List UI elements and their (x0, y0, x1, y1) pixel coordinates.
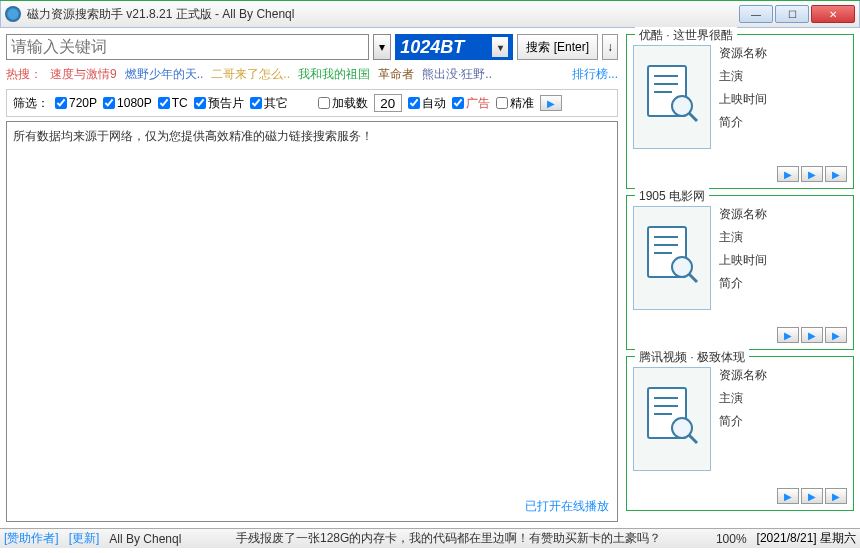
card-title: 1905 电影网 (635, 188, 709, 205)
play-button[interactable]: ▶ (801, 327, 823, 343)
resource-date: 上映时间 (719, 252, 767, 269)
search-row: ▾ 1024BT ▾ 搜索 [Enter] ↓ (6, 34, 618, 60)
svg-line-17 (689, 435, 697, 443)
resource-name: 资源名称 (719, 367, 767, 384)
play-button[interactable]: ▶ (777, 488, 799, 504)
filter-ads[interactable]: 广告 (452, 95, 490, 112)
sponsor-link[interactable]: [赞助作者] (4, 530, 59, 547)
play-button[interactable]: ▶ (777, 166, 799, 182)
thumbnail-placeholder (633, 367, 711, 471)
hot-link[interactable]: 速度与激情9 (50, 66, 117, 83)
load-count-input[interactable] (374, 94, 402, 112)
thumbnail-placeholder (633, 45, 711, 149)
author-label: All By Chenql (109, 532, 181, 546)
resource-actor: 主演 (719, 68, 767, 85)
thumbnail-placeholder (633, 206, 711, 310)
svg-line-5 (689, 113, 697, 121)
source-select-label: 1024BT (400, 37, 464, 58)
hot-link[interactable]: 二哥来了怎么.. (211, 66, 290, 83)
video-source-card: 1905 电影网资源名称主演上映时间简介▶▶▶ (626, 195, 854, 350)
hot-link[interactable]: 革命者 (378, 66, 414, 83)
progress-percent: 100% (716, 532, 747, 546)
card-title: 优酷 · 这世界很酷 (635, 27, 737, 44)
resource-actor: 主演 (719, 229, 767, 246)
titlebar: 磁力资源搜索助手 v21.8.21 正式版 - All By Chenql — … (0, 0, 860, 28)
close-button[interactable]: ✕ (811, 5, 855, 23)
history-dropdown-button[interactable]: ▾ (373, 34, 391, 60)
more-button[interactable]: ↓ (602, 34, 618, 60)
resource-name: 资源名称 (719, 206, 767, 223)
play-button[interactable]: ▶ (777, 327, 799, 343)
filter-loadcount[interactable]: 加载数 (318, 95, 368, 112)
hot-label: 热搜： (6, 66, 42, 83)
statusbar: [赞助作者] [更新] All By Chenql 手残报废了一张128G的内存… (0, 528, 860, 548)
search-button[interactable]: 搜索 [Enter] (517, 34, 598, 60)
chevron-down-icon: ▾ (492, 37, 508, 57)
hot-link[interactable]: 我和我的祖国 (298, 66, 370, 83)
status-date: [2021/8/21] 星期六 (757, 530, 856, 547)
down-arrow-icon: ↓ (607, 40, 613, 54)
play-button[interactable]: ▶ (825, 327, 847, 343)
online-play-status: 已打开在线播放 (525, 498, 609, 515)
play-button[interactable]: ▶ (825, 488, 847, 504)
filter-auto[interactable]: 自动 (408, 95, 446, 112)
maximize-button[interactable]: ☐ (775, 5, 809, 23)
play-icon[interactable]: ▶ (540, 95, 562, 111)
filter-row: 筛选： 720P 1080P TC 预告片 其它 加载数 自动 广告 精准 ▶ (6, 89, 618, 117)
search-button-label: 搜索 [Enter] (526, 39, 589, 56)
source-select[interactable]: 1024BT ▾ (395, 34, 513, 60)
filter-label: 筛选： (13, 95, 49, 112)
card-title: 腾讯视频 · 极致体现 (635, 349, 749, 366)
play-button[interactable]: ▶ (825, 166, 847, 182)
filter-1080p[interactable]: 1080P (103, 96, 152, 110)
app-icon (5, 6, 21, 22)
hot-search-row: 热搜： 速度与激情9 燃野少年的天.. 二哥来了怎么.. 我和我的祖国 革命者 … (6, 64, 618, 85)
progress-bar (0, 0, 860, 1)
results-area: 所有数据均来源于网络，仅为您提供高效精准的磁力链接搜索服务！ 已打开在线播放 (6, 121, 618, 522)
svg-line-11 (689, 274, 697, 282)
update-link[interactable]: [更新] (69, 530, 100, 547)
resource-intro: 简介 (719, 413, 767, 430)
play-button[interactable]: ▶ (801, 488, 823, 504)
filter-720p[interactable]: 720P (55, 96, 97, 110)
rank-link[interactable]: 排行榜... (572, 66, 618, 83)
filter-precise[interactable]: 精准 (496, 95, 534, 112)
hot-link[interactable]: 熊出没·狂野.. (422, 66, 492, 83)
play-button[interactable]: ▶ (801, 166, 823, 182)
resource-name: 资源名称 (719, 45, 767, 62)
video-source-card: 腾讯视频 · 极致体现资源名称主演简介▶▶▶ (626, 356, 854, 511)
results-notice: 所有数据均来源于网络，仅为您提供高效精准的磁力链接搜索服务！ (13, 128, 611, 145)
resource-intro: 简介 (719, 114, 767, 131)
status-message: 手残报废了一张128G的内存卡，我的代码都在里边啊！有赞助买新卡的土豪吗？ (191, 530, 706, 547)
filter-trailer[interactable]: 预告片 (194, 95, 244, 112)
resource-actor: 主演 (719, 390, 767, 407)
filter-tc[interactable]: TC (158, 96, 188, 110)
filter-other[interactable]: 其它 (250, 95, 288, 112)
resource-date: 上映时间 (719, 91, 767, 108)
hot-link[interactable]: 燃野少年的天.. (125, 66, 204, 83)
window-title: 磁力资源搜索助手 v21.8.21 正式版 - All By Chenql (27, 6, 739, 23)
resource-intro: 简介 (719, 275, 767, 292)
video-source-card: 优酷 · 这世界很酷资源名称主演上映时间简介▶▶▶ (626, 34, 854, 189)
minimize-button[interactable]: — (739, 5, 773, 23)
search-input[interactable] (6, 34, 369, 60)
